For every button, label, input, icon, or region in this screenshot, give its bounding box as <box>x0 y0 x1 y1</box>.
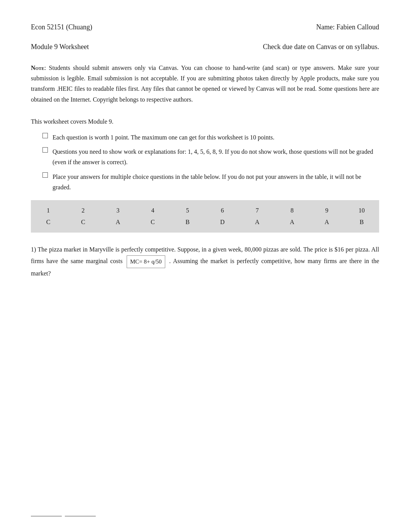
table-answer-row: C C A C B D A A A B <box>31 216 379 228</box>
answer-cell-10: B <box>344 216 379 228</box>
mc-formula: MC= 8+ q/50 <box>127 255 165 268</box>
note-body: : Students should submit answers only vi… <box>31 65 379 103</box>
answer-cell-2: C <box>66 216 100 228</box>
footer-line-1 <box>31 516 62 517</box>
bullet-text-3: Place your answers for multiple choice q… <box>53 172 379 192</box>
list-item: Place your answers for multiple choice q… <box>42 172 379 192</box>
bullet-icon <box>42 133 48 138</box>
list-item: Questions you need to show work or expla… <box>42 146 379 167</box>
bullet-icon <box>42 147 48 153</box>
answer-cell-7: A <box>240 216 274 228</box>
table-header-row: 1 2 3 4 5 6 7 8 9 10 <box>31 205 379 216</box>
col-header-9: 9 <box>310 205 344 216</box>
col-header-5: 5 <box>170 205 205 216</box>
answer-cell-9: A <box>310 216 344 228</box>
document-header: Econ 52151 (Chuang) Name: Fabien Calloud <box>31 23 379 31</box>
module-intro: This worksheet covers Module 9. <box>31 116 379 127</box>
footer-area <box>31 516 96 517</box>
course-label: Econ 52151 (Chuang) <box>31 23 92 31</box>
note-label: Note <box>31 65 44 71</box>
due-date-text: Check due date on Canvas or on syllabus. <box>263 43 379 51</box>
module-title: Module 9 Worksheet <box>31 43 89 51</box>
question-1-text: 1) The pizza market in Maryville is perf… <box>31 244 379 279</box>
bullet-icon <box>42 172 48 178</box>
col-header-8: 8 <box>274 205 309 216</box>
col-header-2: 2 <box>66 205 100 216</box>
col-header-6: 6 <box>205 205 240 216</box>
answer-cell-6: D <box>205 216 240 228</box>
document-page: Econ 52151 (Chuang) Name: Fabien Calloud… <box>0 0 410 532</box>
col-header-10: 10 <box>344 205 379 216</box>
student-name: Name: Fabien Calloud <box>316 23 379 31</box>
col-header-4: 4 <box>136 205 170 216</box>
col-header-1: 1 <box>31 205 66 216</box>
answer-cell-5: B <box>170 216 205 228</box>
answer-table-wrapper: 1 2 3 4 5 6 7 8 9 10 C C A C B D <box>31 200 379 233</box>
bullet-text-2: Questions you need to show work or expla… <box>53 146 379 167</box>
list-item: Each question is worth 1 point. The maxi… <box>42 132 379 143</box>
note-section: Note: Students should submit answers onl… <box>31 63 379 105</box>
answer-cell-1: C <box>31 216 66 228</box>
document-subheader: Module 9 Worksheet Check due date on Can… <box>31 43 379 51</box>
col-header-7: 7 <box>240 205 274 216</box>
bullet-list: Each question is worth 1 point. The maxi… <box>42 132 379 192</box>
answer-cell-4: C <box>136 216 170 228</box>
bullet-text-1: Each question is worth 1 point. The maxi… <box>53 132 274 143</box>
answer-cell-3: A <box>100 216 135 228</box>
question-1-section: 1) The pizza market in Maryville is perf… <box>31 244 379 279</box>
answer-table: 1 2 3 4 5 6 7 8 9 10 C C A C B D <box>31 205 379 228</box>
col-header-3: 3 <box>100 205 135 216</box>
answer-cell-8: A <box>274 216 309 228</box>
footer-line-2 <box>65 516 96 517</box>
